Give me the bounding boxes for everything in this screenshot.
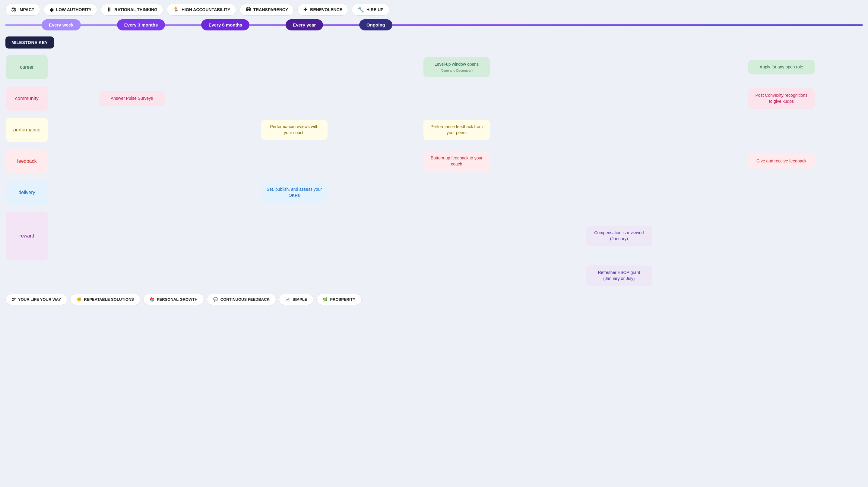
card-feedback-col5-0: Give and receive feedback — [748, 154, 815, 168]
cell-delivery-col4-row0 — [538, 177, 700, 208]
cell-feedback-col5-row0: Give and receive feedback — [700, 145, 863, 177]
cell-delivery-col3-row0 — [375, 177, 538, 208]
cell-career-col2-row0 — [213, 52, 375, 83]
cell-community-col4-row0 — [538, 83, 700, 114]
cell-performance-col2-row0: Performance reviews with your coach — [213, 114, 375, 145]
cell-reward-col0-row0: reward — [5, 208, 51, 264]
cell-career-col5-row0: Apply for any open role — [700, 52, 863, 83]
bottom-nav: 🕊 YOUR LIFE YOUR WAY✊ REPEATABLE SOLUTIO… — [0, 290, 868, 309]
cell-reward-col2-row1 — [213, 264, 375, 288]
cell-delivery-col1-row0 — [51, 177, 213, 208]
timeline-pill-year[interactable]: Every year — [286, 19, 323, 30]
hire-up-icon: 🔧 — [358, 6, 364, 13]
timeline-pill-ongoing[interactable]: Ongoing — [359, 19, 392, 30]
cell-reward-col5-row0 — [700, 208, 863, 264]
cell-reward-col1-row1 — [51, 264, 213, 288]
cell-reward-col4-row1: Refresher ESOP grant (January or July) — [538, 264, 700, 288]
cell-feedback-col4-row0 — [538, 145, 700, 177]
bottom-pill-continuous-feedback[interactable]: 💬 CONTINUOUS FEEDBACK — [207, 294, 276, 305]
cell-delivery-col0-row0: delivery — [5, 177, 51, 208]
card-reward-col4-1: Refresher ESOP grant (January or July) — [586, 265, 652, 286]
nav-label-hire-up: HIRE UP — [367, 7, 384, 12]
bottom-label-prosperity: PROSPERITY — [330, 297, 355, 302]
cell-performance-col0-row0: performance — [5, 114, 51, 145]
cell-reward-col5-row1 — [700, 264, 863, 288]
row-label-feedback: feedback — [6, 149, 48, 173]
card-community-col5-0: Post Convexity recognitions to give kudo… — [748, 88, 815, 108]
cell-delivery-col5-row0 — [700, 177, 863, 208]
bottom-pill-prosperity[interactable]: 🌿 PROSPERITY — [316, 294, 362, 305]
nav-label-low-authority: LOW AUTHORITY — [56, 7, 92, 12]
cell-career-col1-row0 — [51, 52, 213, 83]
cell-reward-col3-row0 — [375, 208, 538, 264]
nav-pill-rational-thinking[interactable]: ⏸ RATIONAL THINKING — [101, 4, 163, 16]
cell-reward-col4-row0: Compensation is reviewed (January) — [538, 208, 700, 264]
bottom-pill-your-life[interactable]: 🕊 YOUR LIFE YOUR WAY — [5, 294, 67, 305]
low-authority-icon: ◆ — [50, 6, 54, 13]
nav-label-transparency: TRANSPARENCY — [253, 7, 288, 12]
row-label-delivery: delivery — [6, 181, 48, 205]
milestone-key-button[interactable]: MILESTONE KEY — [5, 36, 54, 48]
nav-label-benevolence: BENEVOLENCE — [310, 7, 342, 12]
card-career-col5-0: Apply for any open role — [748, 60, 815, 74]
bottom-pill-simple[interactable]: 🦟 SIMPLE — [279, 294, 313, 305]
high-accountability-icon: 🏃 — [173, 6, 179, 13]
bottom-pill-repeatable[interactable]: ✊ REPEATABLE SOLUTIONS — [70, 294, 140, 305]
nav-pill-high-accountability[interactable]: 🏃 HIGH ACCOUNTABILITY — [167, 4, 236, 16]
transparency-icon: 🕶 — [246, 7, 251, 13]
card-performance-col2-0: Performance reviews with your coach — [261, 120, 328, 140]
timeline-bar: Every weekEvery 3 monthsEvery 6 monthsEv… — [0, 19, 868, 30]
cell-feedback-col2-row0 — [213, 145, 375, 177]
timeline-pill-months3[interactable]: Every 3 months — [117, 19, 165, 30]
rational-thinking-icon: ⏸ — [106, 7, 112, 13]
cell-reward-col3-row1 — [375, 264, 538, 288]
row-label-career: career — [6, 55, 48, 79]
cell-performance-col3-row0: Performance feedback from your peers — [375, 114, 538, 145]
cell-performance-col1-row0 — [51, 114, 213, 145]
personal-growth-icon: 📚 — [150, 297, 154, 302]
cell-community-col1-row0: Answer Pulse Surveys — [51, 83, 213, 114]
cell-reward-col2-row0 — [213, 208, 375, 264]
bottom-label-repeatable: REPEATABLE SOLUTIONS — [84, 297, 134, 302]
simple-icon: 🦟 — [285, 297, 290, 302]
bottom-label-personal-growth: PERSONAL GROWTH — [157, 297, 197, 302]
bottom-label-your-life: YOUR LIFE YOUR WAY — [18, 297, 61, 302]
row-label-reward: reward — [6, 212, 48, 260]
cell-feedback-col3-row0: Bottom-up feedback to your coach — [375, 145, 538, 177]
bottom-label-continuous-feedback: CONTINUOUS FEEDBACK — [220, 297, 270, 302]
row-label-performance: performance — [6, 118, 48, 142]
repeatable-icon: ✊ — [76, 297, 82, 302]
timeline-pill-months6[interactable]: Every 6 months — [201, 19, 249, 30]
nav-pill-impact[interactable]: ⚖ IMPACT — [5, 4, 40, 16]
cell-career-col4-row0 — [538, 52, 700, 83]
cell-career-col3-row0: Level-up window opens(June and December) — [375, 52, 538, 83]
cell-career-col0-row0: career — [5, 52, 51, 83]
cell-reward-col1-row0 — [51, 208, 213, 264]
bottom-pill-personal-growth[interactable]: 📚 PERSONAL GROWTH — [143, 294, 204, 305]
prosperity-icon: 🌿 — [323, 297, 328, 302]
cell-feedback-col0-row0: feedback — [5, 145, 51, 177]
cell-feedback-col1-row0 — [51, 145, 213, 177]
cell-performance-col5-row0 — [700, 114, 863, 145]
card-community-col1-0: Answer Pulse Surveys — [99, 91, 165, 106]
cell-community-col0-row0: community — [5, 83, 51, 114]
card-delivery-col2-0: Set, publish, and assess your OKRs — [261, 182, 328, 202]
nav-pill-low-authority[interactable]: ◆ LOW AUTHORITY — [44, 4, 97, 16]
cell-community-col5-row0: Post Convexity recognitions to give kudo… — [700, 83, 863, 114]
impact-icon: ⚖ — [11, 6, 16, 13]
top-nav: ⚖ IMPACT◆ LOW AUTHORITY⏸ RATIONAL THINKI… — [0, 0, 868, 19]
cell-community-col3-row0 — [375, 83, 538, 114]
your-life-icon: 🕊 — [12, 297, 16, 302]
card-reward-col4-0: Compensation is reviewed (January) — [586, 226, 652, 246]
nav-label-high-accountability: HIGH ACCOUNTABILITY — [182, 7, 230, 12]
nav-pill-hire-up[interactable]: 🔧 HIRE UP — [352, 4, 390, 16]
nav-pill-transparency[interactable]: 🕶 TRANSPARENCY — [240, 4, 294, 16]
card-career-col3-0: Level-up window opens(June and December) — [424, 57, 490, 77]
milestone-key-container: MILESTONE KEY — [0, 33, 868, 52]
card-feedback-col3-0: Bottom-up feedback to your coach — [424, 151, 490, 171]
timeline-pill-week[interactable]: Every week — [42, 19, 81, 30]
row-label-community: community — [6, 87, 48, 110]
nav-pill-benevolence[interactable]: ✦ BENEVOLENCE — [298, 4, 348, 16]
cell-community-col2-row0 — [213, 83, 375, 114]
card-performance-col3-0: Performance feedback from your peers — [424, 120, 490, 140]
